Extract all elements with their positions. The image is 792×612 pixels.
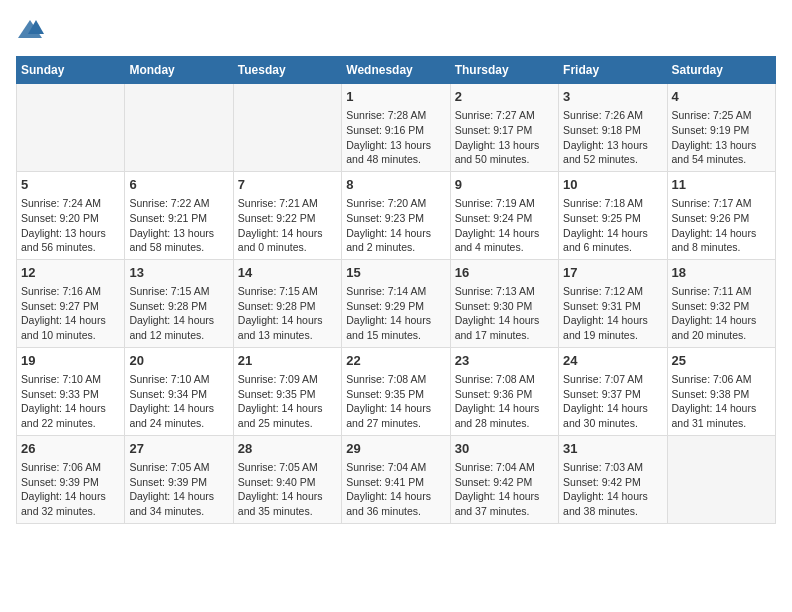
day-number: 3 <box>563 88 662 106</box>
day-info: Sunrise: 7:18 AM <box>563 196 662 211</box>
calendar-cell: 16Sunrise: 7:13 AMSunset: 9:30 PMDayligh… <box>450 259 558 347</box>
day-info: Daylight: 14 hours and 35 minutes. <box>238 489 337 518</box>
day-info: Sunset: 9:17 PM <box>455 123 554 138</box>
day-info: Sunset: 9:19 PM <box>672 123 771 138</box>
day-info: Daylight: 14 hours and 32 minutes. <box>21 489 120 518</box>
day-number: 9 <box>455 176 554 194</box>
calendar-cell: 2Sunrise: 7:27 AMSunset: 9:17 PMDaylight… <box>450 84 558 172</box>
day-info: Sunrise: 7:15 AM <box>129 284 228 299</box>
day-info: Sunset: 9:25 PM <box>563 211 662 226</box>
day-number: 23 <box>455 352 554 370</box>
day-number: 14 <box>238 264 337 282</box>
day-info: Sunrise: 7:19 AM <box>455 196 554 211</box>
day-info: Sunrise: 7:15 AM <box>238 284 337 299</box>
day-number: 12 <box>21 264 120 282</box>
day-info: Sunrise: 7:11 AM <box>672 284 771 299</box>
day-info: Sunset: 9:34 PM <box>129 387 228 402</box>
header-thursday: Thursday <box>450 57 558 84</box>
day-number: 5 <box>21 176 120 194</box>
header-row: SundayMondayTuesdayWednesdayThursdayFrid… <box>17 57 776 84</box>
calendar-cell: 14Sunrise: 7:15 AMSunset: 9:28 PMDayligh… <box>233 259 341 347</box>
day-info: Sunrise: 7:08 AM <box>346 372 445 387</box>
day-info: Daylight: 14 hours and 38 minutes. <box>563 489 662 518</box>
day-info: Sunset: 9:27 PM <box>21 299 120 314</box>
day-number: 20 <box>129 352 228 370</box>
day-info: Sunset: 9:33 PM <box>21 387 120 402</box>
day-info: Sunset: 9:29 PM <box>346 299 445 314</box>
day-number: 6 <box>129 176 228 194</box>
day-info: Sunrise: 7:27 AM <box>455 108 554 123</box>
calendar-cell: 22Sunrise: 7:08 AMSunset: 9:35 PMDayligh… <box>342 347 450 435</box>
day-info: Daylight: 14 hours and 34 minutes. <box>129 489 228 518</box>
day-info: Sunset: 9:28 PM <box>129 299 228 314</box>
calendar-cell <box>667 435 775 523</box>
day-info: Sunset: 9:28 PM <box>238 299 337 314</box>
calendar-cell: 13Sunrise: 7:15 AMSunset: 9:28 PMDayligh… <box>125 259 233 347</box>
page-header <box>16 16 776 44</box>
calendar-cell: 15Sunrise: 7:14 AMSunset: 9:29 PMDayligh… <box>342 259 450 347</box>
day-info: Sunrise: 7:26 AM <box>563 108 662 123</box>
day-info: Sunrise: 7:05 AM <box>238 460 337 475</box>
day-number: 4 <box>672 88 771 106</box>
calendar-cell: 23Sunrise: 7:08 AMSunset: 9:36 PMDayligh… <box>450 347 558 435</box>
calendar-cell: 25Sunrise: 7:06 AMSunset: 9:38 PMDayligh… <box>667 347 775 435</box>
header-monday: Monday <box>125 57 233 84</box>
calendar-cell: 6Sunrise: 7:22 AMSunset: 9:21 PMDaylight… <box>125 171 233 259</box>
day-info: Sunrise: 7:03 AM <box>563 460 662 475</box>
day-number: 18 <box>672 264 771 282</box>
day-info: Sunrise: 7:10 AM <box>21 372 120 387</box>
calendar-cell: 10Sunrise: 7:18 AMSunset: 9:25 PMDayligh… <box>559 171 667 259</box>
day-info: Sunset: 9:42 PM <box>455 475 554 490</box>
day-info: Sunset: 9:24 PM <box>455 211 554 226</box>
day-number: 7 <box>238 176 337 194</box>
day-info: Sunset: 9:41 PM <box>346 475 445 490</box>
calendar-cell: 11Sunrise: 7:17 AMSunset: 9:26 PMDayligh… <box>667 171 775 259</box>
day-info: Sunrise: 7:06 AM <box>21 460 120 475</box>
day-info: Daylight: 13 hours and 48 minutes. <box>346 138 445 167</box>
calendar-week-4: 19Sunrise: 7:10 AMSunset: 9:33 PMDayligh… <box>17 347 776 435</box>
day-number: 2 <box>455 88 554 106</box>
header-friday: Friday <box>559 57 667 84</box>
day-info: Daylight: 14 hours and 0 minutes. <box>238 226 337 255</box>
day-info: Sunrise: 7:04 AM <box>455 460 554 475</box>
day-info: Sunrise: 7:25 AM <box>672 108 771 123</box>
day-info: Daylight: 14 hours and 15 minutes. <box>346 313 445 342</box>
calendar-cell: 19Sunrise: 7:10 AMSunset: 9:33 PMDayligh… <box>17 347 125 435</box>
day-info: Daylight: 13 hours and 58 minutes. <box>129 226 228 255</box>
calendar-cell: 20Sunrise: 7:10 AMSunset: 9:34 PMDayligh… <box>125 347 233 435</box>
calendar-cell: 4Sunrise: 7:25 AMSunset: 9:19 PMDaylight… <box>667 84 775 172</box>
day-number: 25 <box>672 352 771 370</box>
day-info: Sunset: 9:35 PM <box>346 387 445 402</box>
day-info: Daylight: 14 hours and 36 minutes. <box>346 489 445 518</box>
day-info: Daylight: 14 hours and 37 minutes. <box>455 489 554 518</box>
day-info: Daylight: 13 hours and 50 minutes. <box>455 138 554 167</box>
day-number: 1 <box>346 88 445 106</box>
day-info: Daylight: 14 hours and 8 minutes. <box>672 226 771 255</box>
calendar-cell: 17Sunrise: 7:12 AMSunset: 9:31 PMDayligh… <box>559 259 667 347</box>
calendar-cell <box>125 84 233 172</box>
calendar-cell: 26Sunrise: 7:06 AMSunset: 9:39 PMDayligh… <box>17 435 125 523</box>
day-info: Sunset: 9:18 PM <box>563 123 662 138</box>
calendar-week-2: 5Sunrise: 7:24 AMSunset: 9:20 PMDaylight… <box>17 171 776 259</box>
calendar-cell <box>17 84 125 172</box>
day-info: Sunrise: 7:05 AM <box>129 460 228 475</box>
day-number: 31 <box>563 440 662 458</box>
day-info: Sunset: 9:40 PM <box>238 475 337 490</box>
day-info: Daylight: 14 hours and 6 minutes. <box>563 226 662 255</box>
day-info: Daylight: 14 hours and 31 minutes. <box>672 401 771 430</box>
day-info: Sunset: 9:42 PM <box>563 475 662 490</box>
day-info: Sunrise: 7:22 AM <box>129 196 228 211</box>
day-info: Daylight: 14 hours and 10 minutes. <box>21 313 120 342</box>
day-info: Daylight: 14 hours and 4 minutes. <box>455 226 554 255</box>
calendar-cell: 9Sunrise: 7:19 AMSunset: 9:24 PMDaylight… <box>450 171 558 259</box>
day-info: Sunrise: 7:07 AM <box>563 372 662 387</box>
calendar-cell: 1Sunrise: 7:28 AMSunset: 9:16 PMDaylight… <box>342 84 450 172</box>
day-number: 28 <box>238 440 337 458</box>
day-number: 15 <box>346 264 445 282</box>
calendar-cell: 30Sunrise: 7:04 AMSunset: 9:42 PMDayligh… <box>450 435 558 523</box>
day-info: Daylight: 14 hours and 24 minutes. <box>129 401 228 430</box>
day-info: Sunset: 9:16 PM <box>346 123 445 138</box>
day-info: Sunset: 9:39 PM <box>21 475 120 490</box>
calendar-cell: 3Sunrise: 7:26 AMSunset: 9:18 PMDaylight… <box>559 84 667 172</box>
day-info: Sunrise: 7:10 AM <box>129 372 228 387</box>
